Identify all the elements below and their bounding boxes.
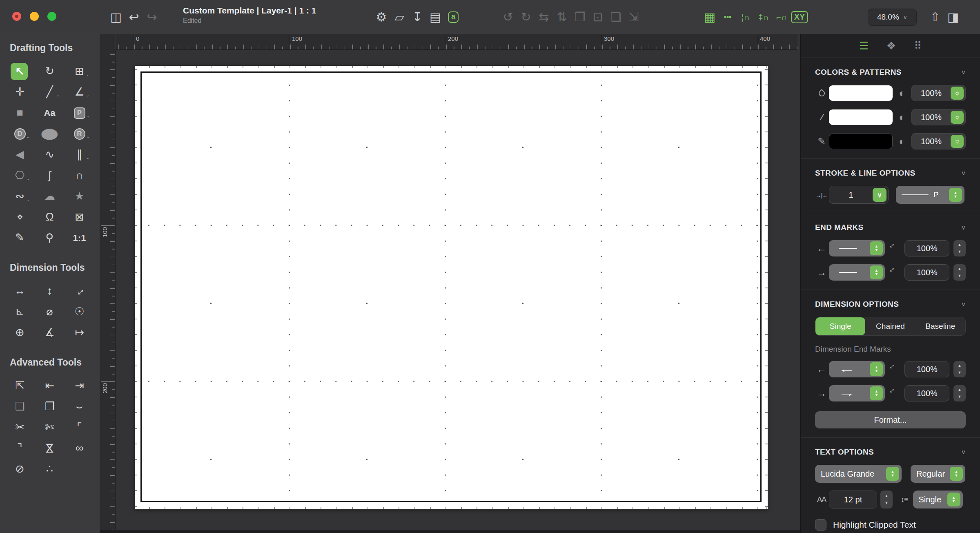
- edit-points-tool[interactable]: ⇱: [5, 375, 35, 396]
- show-coordinates-button[interactable]: XY: [791, 6, 808, 29]
- collapse-chevron-icon[interactable]: ∨: [961, 448, 966, 456]
- tab-properties[interactable]: ☰: [859, 40, 869, 52]
- zigzag-line-tool[interactable]: ∿: [35, 144, 65, 165]
- delete-box-tool[interactable]: ⊠: [65, 207, 94, 227]
- copy-style-button[interactable]: ❏: [607, 6, 625, 29]
- union-tool[interactable]: ❏: [5, 396, 35, 417]
- open-button[interactable]: ▱: [390, 6, 408, 29]
- maximize-window-button[interactable]: [47, 12, 56, 21]
- drawing-page[interactable]: [135, 66, 768, 509]
- vertical-dimension-tool[interactable]: ↕: [35, 281, 65, 301]
- center-mark-tool[interactable]: ⊕: [5, 322, 35, 343]
- actual-size-tool[interactable]: 1:1: [65, 227, 94, 248]
- mark-scale-field[interactable]: 100%: [904, 385, 949, 401]
- pattern-picker-button[interactable]: ☼: [951, 135, 964, 148]
- mark-style-stepper[interactable]: [870, 265, 883, 279]
- contrast-icon[interactable]: ◐: [893, 135, 911, 148]
- share-button[interactable]: ⇧: [926, 6, 944, 29]
- highlight-clipped-text-checkbox[interactable]: [815, 519, 826, 531]
- document-settings-button[interactable]: ⚙: [372, 6, 390, 29]
- tab-library[interactable]: ⠿: [914, 40, 922, 52]
- vertical-snap-button[interactable]: ‡∩: [755, 6, 773, 29]
- dimension-text-toggle[interactable]: a: [444, 6, 462, 29]
- mark-scale-stepper[interactable]: [953, 240, 966, 256]
- arc-tool[interactable]: ∩: [65, 165, 94, 186]
- pattern-picker-button[interactable]: ☼: [951, 111, 964, 124]
- rounded-rectangle-tool[interactable]: Rˇ: [65, 123, 94, 144]
- rotate-right-button[interactable]: ↻: [517, 6, 535, 29]
- line-tool[interactable]: ╱ˇ: [35, 82, 65, 103]
- opacity-control[interactable]: 100%☼: [911, 109, 966, 125]
- mark-scale-field[interactable]: 100%: [904, 361, 949, 377]
- resize-button[interactable]: ⇲: [625, 6, 643, 29]
- mark-style-dropdown[interactable]: [829, 264, 885, 281]
- circle-diameter-tool[interactable]: Dˇ: [5, 123, 35, 144]
- tab-layers[interactable]: ❖: [886, 40, 896, 52]
- chamfer-tool[interactable]: ⌝: [5, 438, 35, 459]
- radius-dimension-tool[interactable]: ☉: [65, 301, 94, 322]
- line-spacing-dropdown[interactable]: Single: [913, 491, 963, 508]
- mark-style-stepper[interactable]: [870, 386, 883, 400]
- double-line-tool[interactable]: ∥ˇ: [65, 144, 94, 165]
- snap-point-tool[interactable]: ⌖: [5, 207, 35, 227]
- redo-button[interactable]: ↪: [143, 6, 161, 29]
- line-spacing-stepper[interactable]: [947, 493, 960, 506]
- mark-style-dropdown[interactable]: [829, 240, 885, 256]
- rotate-tool[interactable]: ↻: [35, 61, 65, 82]
- zoom-level-dropdown[interactable]: 48.0% ∨: [868, 9, 917, 26]
- rectangle-tool[interactable]: ■: [5, 103, 35, 123]
- text-tool[interactable]: Aa: [35, 103, 65, 123]
- print-button[interactable]: ▤: [426, 6, 444, 29]
- collapse-chevron-icon[interactable]: ∨: [961, 169, 966, 177]
- format-button[interactable]: Format...: [815, 411, 966, 428]
- horizontal-dimension-tool[interactable]: ↔: [5, 281, 35, 301]
- chevron-shape-tool[interactable]: ◀: [5, 144, 35, 165]
- import-button[interactable]: ↧: [408, 6, 426, 29]
- line-style-stepper[interactable]: [949, 188, 962, 202]
- pan-tool[interactable]: ✛: [5, 82, 35, 103]
- mirror-tool[interactable]: ⋈: [35, 438, 65, 459]
- freehand-tool[interactable]: ∾ˇ: [5, 186, 35, 207]
- zoom-tool[interactable]: ⚲: [35, 227, 65, 248]
- dimension-mode-chained[interactable]: Chained: [865, 317, 915, 335]
- extend-left-tool[interactable]: ⇤: [35, 375, 65, 396]
- right-panel-toggle-button[interactable]: ◨: [944, 6, 962, 29]
- subtract-tool[interactable]: ❐: [35, 396, 65, 417]
- stamp-tool[interactable]: Ω: [35, 207, 65, 227]
- font-family-dropdown[interactable]: Lucida Grande: [815, 465, 902, 483]
- ellipse-tool[interactable]: ⬤: [35, 123, 65, 144]
- tangent-arc-tool[interactable]: ⌣: [65, 396, 94, 417]
- color-swatch[interactable]: [829, 109, 893, 125]
- font-style-stepper[interactable]: [950, 467, 963, 481]
- flip-horizontal-button[interactable]: ⇆: [535, 6, 553, 29]
- color-swatch[interactable]: [829, 134, 893, 149]
- dimension-mode-baseline[interactable]: Baseline: [915, 317, 965, 335]
- dimension-mode-single[interactable]: Single: [815, 317, 865, 335]
- mark-style-stepper[interactable]: [870, 362, 883, 376]
- multi-trim-tool[interactable]: ✄: [35, 417, 65, 438]
- mark-scale-stepper[interactable]: [953, 264, 966, 281]
- line-style-dropdown[interactable]: P: [896, 186, 964, 204]
- collapse-chevron-icon[interactable]: ∨: [961, 69, 966, 76]
- font-size-stepper[interactable]: [880, 491, 893, 508]
- contrast-icon[interactable]: ◐: [893, 87, 911, 100]
- stroke-width-dropdown-button[interactable]: ∨: [873, 188, 886, 202]
- perpendicular-dimension-tool[interactable]: ⊾: [5, 301, 35, 322]
- font-family-stepper[interactable]: [886, 467, 899, 481]
- fillet-tool[interactable]: ⌜: [65, 417, 94, 438]
- mark-style-dropdown[interactable]: →: [829, 385, 885, 401]
- group-button[interactable]: ⊡: [589, 6, 607, 29]
- opacity-control[interactable]: 100%☼: [911, 85, 966, 101]
- trim-tool[interactable]: ✂: [5, 417, 35, 438]
- grid-toggle-button[interactable]: ▦: [701, 6, 719, 29]
- mark-scale-stepper[interactable]: [953, 385, 966, 401]
- color-swatch[interactable]: [829, 85, 893, 101]
- selection-tool[interactable]: ↖: [5, 61, 35, 82]
- horizontal-snap-button[interactable]: ¦∩: [737, 6, 755, 29]
- link-tool[interactable]: ∞: [65, 438, 94, 459]
- stroke-width-field[interactable]: 1 ∨: [829, 186, 889, 204]
- opacity-control[interactable]: 100%☼: [911, 133, 966, 149]
- undo-button[interactable]: ↩: [125, 6, 143, 29]
- extend-right-tool[interactable]: ⇥: [65, 375, 94, 396]
- minimize-window-button[interactable]: [30, 12, 39, 21]
